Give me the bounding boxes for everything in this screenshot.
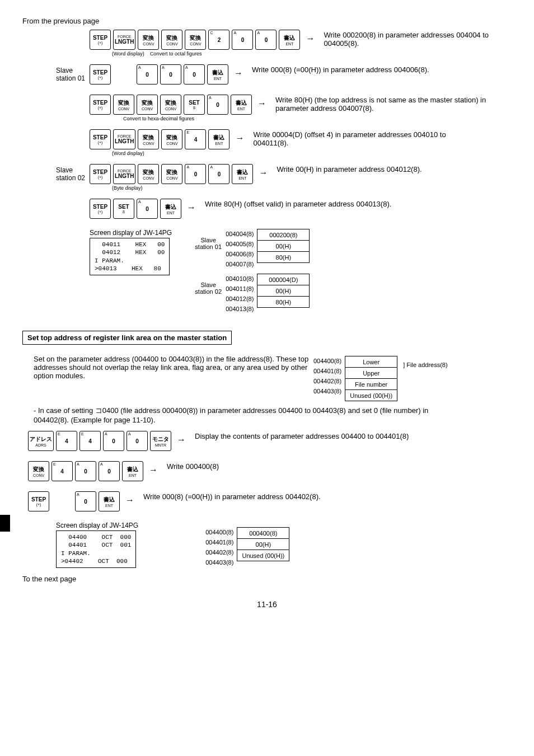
lngth-key: FORCELNGTH	[113, 30, 135, 50]
arrow-icon: →	[146, 461, 161, 479]
page-tab	[0, 515, 10, 532]
conv-key: 変換CONV	[185, 30, 206, 50]
ent-key: 書込ENT	[207, 64, 228, 84]
keyseq-2: STEP(+) A0 A0 A0 書込ENT →	[90, 64, 246, 84]
set8-key: SET8	[113, 199, 134, 219]
ent-key: 書込ENT	[99, 491, 120, 511]
step-key: STEP(+)	[90, 30, 111, 50]
conv-key: 変換CONV	[113, 95, 134, 115]
desc-3: Write 80(H) (the top address is not same…	[270, 95, 488, 112]
mem-s2-addrs: 004010(8)004011(8)004012(8)004013(8)	[226, 274, 254, 314]
mem-s1-values: 000200(8) 00(H) 80(H)	[257, 229, 310, 263]
keyseq-adrs: アドレスADRS E4 E4 A0 A0 モニタMNTR →	[28, 431, 189, 451]
digit-4-key: E4	[51, 461, 73, 481]
step-key: STEP(+)	[90, 129, 111, 149]
step-key: STEP(+)	[90, 64, 111, 84]
ent-key: 書込ENT	[208, 129, 229, 149]
digit-4-key: E4	[56, 431, 77, 451]
keyseq-4: STEP(+) FORCELNGTH 変換CONV 変換CONV E4 書込EN…	[90, 129, 247, 149]
conv-key: 変換CONV	[161, 30, 182, 50]
mem-s2-values: 000004(D) 00(H) 80(H)	[257, 274, 310, 308]
digit-0-key: A0	[255, 30, 277, 50]
digit-0-key: A0	[137, 64, 158, 84]
conv-key: 変換CONV	[138, 30, 159, 50]
mem-s1-addrs: 004004(8)004005(8)004006(8)004007(8)	[226, 229, 254, 269]
lngth-key: FORCELNGTH	[113, 129, 135, 149]
digit-0-key: A0	[75, 491, 96, 511]
digit-0-key: A0	[75, 461, 96, 481]
arrow-icon: →	[231, 64, 246, 82]
spacer	[56, 199, 90, 201]
next-page-label: To the next page	[22, 575, 512, 583]
keyseq-step0: STEP(+) A0 書込ENT →	[28, 491, 138, 511]
note-word-display2: (Word display)	[112, 151, 512, 156]
digit-4-key: E4	[79, 431, 101, 451]
keyseq-3: STEP(+) 変換CONV 変換CONV 変換CONV SET8 A0 書込E…	[90, 95, 270, 115]
keyseq-5: STEP(+) FORCELNGTH 変換CONV 変換CONV A0 A0 書…	[90, 164, 271, 184]
para2: - In case of setting コ0400 (file address…	[34, 406, 459, 424]
conv-key: 変換CONV	[138, 129, 159, 149]
keyseq-conv400: 変換CONV E4 A0 A0 書込ENT →	[28, 461, 161, 481]
ent-key: 書込ENT	[122, 461, 143, 481]
digit-0-key: A0	[207, 95, 228, 115]
digit-0-key: A0	[232, 30, 253, 50]
desc-5: Write 00(H) in parameter address 004012(…	[271, 164, 421, 173]
digit-0-key: A0	[184, 64, 205, 84]
mem-s2-label: Slave station 02	[194, 274, 222, 295]
step-key: STEP(+)	[90, 95, 111, 115]
slave-02-label: Slave station 02	[56, 164, 90, 182]
screen1: 04011 HEX 00 04012 HEX 00 I PARAM. >0401…	[90, 238, 170, 275]
digit-0-key: A0	[99, 461, 120, 481]
mem2-side: ] File address(8)	[401, 356, 447, 368]
note-byte-display: (Byte display)	[112, 185, 512, 191]
arrow-icon: →	[184, 199, 199, 217]
note-hex: Convert to hexa-decimal figures	[123, 116, 512, 121]
ent-key: 書込ENT	[279, 30, 300, 50]
section-header: Set top address of register link area on…	[22, 331, 232, 345]
spacer	[56, 95, 90, 97]
step-key: STEP(+)	[28, 491, 49, 511]
step-key: STEP(+)	[90, 199, 111, 219]
screen2: 04400 OCT 000 04401 OCT 001 I PARAM. >04…	[56, 530, 136, 568]
conv-key: 変換CONV	[160, 95, 181, 115]
mntr-key: モニタMNTR	[150, 431, 171, 451]
spacer	[56, 30, 90, 32]
arrow-icon: →	[302, 30, 318, 48]
ent-key: 書込ENT	[232, 164, 253, 184]
digit-2-key: C2	[208, 30, 229, 50]
keyseq-1: STEP(+) FORCELNGTH 変換CONV 変換CONV 変換CONV …	[90, 30, 318, 50]
mem2-addrs: 004400(8)004401(8)004402(8)004403(8)	[313, 356, 341, 396]
conv-key: 変換CONV	[161, 129, 182, 149]
conv-key: 変換CONV	[137, 95, 158, 115]
digit-0-key: A0	[137, 199, 158, 219]
screen1-title: Screen display of JW-14PG	[90, 229, 172, 237]
prev-page-label: From the previous page	[22, 17, 512, 25]
digit-0-key: A0	[127, 431, 148, 451]
digit-0-key: A0	[208, 164, 229, 184]
adrs-key: アドレスADRS	[28, 431, 54, 451]
spacer	[56, 129, 90, 132]
arrow-icon: →	[232, 129, 247, 147]
desc-2: Write 000(8) (=00(H)) in parameter addre…	[246, 64, 429, 74]
desc-write000-4402: Write 000(8) (=00(H)) in parameter addre…	[138, 491, 321, 501]
ent-key: 書込ENT	[231, 95, 252, 115]
arrow-icon: →	[254, 95, 270, 112]
arrow-icon: →	[174, 431, 189, 449]
step-key: STEP(+)	[90, 164, 111, 184]
note-word-display: (Word display) Convert to octal figures	[112, 51, 512, 57]
digit-4-key: E4	[185, 129, 206, 149]
mem2-values: Lower Upper File number Unused (00(H))	[345, 356, 397, 401]
conv-key: 変換CONV	[161, 164, 182, 184]
desc-1: Write 000200(8) in parameter addresses 0…	[318, 30, 512, 48]
arrow-icon: →	[122, 491, 138, 509]
slave-01-label: Slave station 01	[56, 64, 90, 82]
mem-s1-label: Slave station 01	[194, 229, 222, 250]
desc-write000400: Write 000400(8)	[161, 461, 219, 471]
arrow-icon: →	[255, 164, 271, 182]
keyseq-6: STEP(+) SET8 A0 書込ENT →	[90, 199, 199, 219]
set8-key: SET8	[184, 95, 205, 115]
desc-6: Write 80(H) (offset valid) in parameter …	[199, 199, 391, 208]
desc-4: Write 00004(D) (offset 4) in parameter a…	[247, 129, 466, 147]
digit-0-key: A0	[160, 64, 181, 84]
page-number: 11-16	[22, 600, 512, 609]
